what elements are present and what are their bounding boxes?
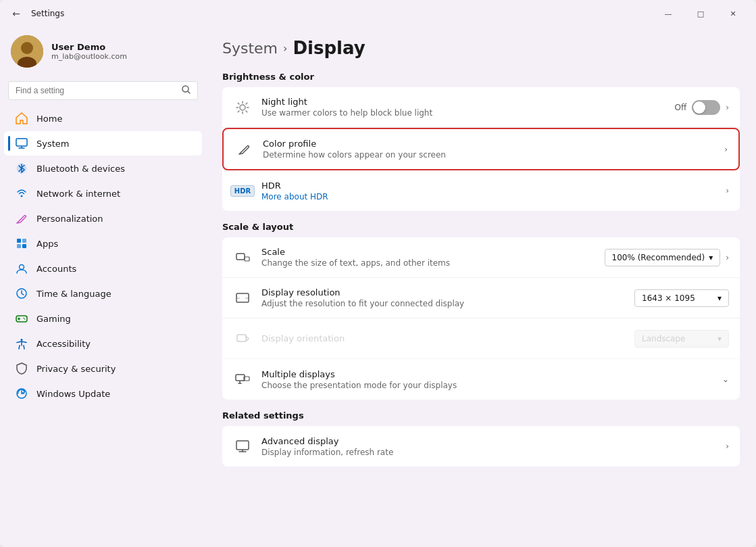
sidebar-label-update: Windows Update xyxy=(36,389,110,399)
nav-list: Home System xyxy=(0,105,206,406)
titlebar-left: ← Settings xyxy=(8,5,64,22)
orientation-row: Display orientation Landscape ▾ xyxy=(222,318,740,359)
page-title: Display xyxy=(293,38,365,58)
svg-line-4 xyxy=(188,91,190,93)
resolution-title: Display resolution xyxy=(261,287,625,298)
multiple-displays-subtitle: Choose the presentation mode for your di… xyxy=(261,381,713,390)
gaming-icon xyxy=(15,312,28,325)
sidebar-item-system[interactable]: System xyxy=(4,131,202,156)
svg-rect-37 xyxy=(237,335,246,341)
svg-point-1 xyxy=(21,42,33,54)
hdr-subtitle[interactable]: More about HDR xyxy=(261,192,716,201)
sidebar-item-update[interactable]: Windows Update xyxy=(4,381,202,406)
color-profile-subtitle: Determine how colors appear on your scre… xyxy=(263,150,715,160)
orientation-icon xyxy=(233,329,252,348)
hdr-row[interactable]: HDR HDR More about HDR › xyxy=(222,170,740,211)
sidebar-label-bluetooth: Bluetooth & devices xyxy=(36,164,125,174)
night-light-control: Off › xyxy=(674,100,729,115)
sidebar-item-network[interactable]: Network & internet xyxy=(4,181,202,206)
back-button[interactable]: ← xyxy=(8,5,24,22)
sidebar-item-accessibility[interactable]: Accessibility xyxy=(4,331,202,356)
scale-card: Scale Change the size of text, apps, and… xyxy=(222,237,740,400)
svg-point-14 xyxy=(20,265,24,270)
hdr-content: HDR More about HDR xyxy=(261,181,716,201)
svg-rect-33 xyxy=(245,257,249,261)
hdr-control: › xyxy=(726,186,729,195)
scale-subtitle: Change the size of text, apps, and other… xyxy=(261,258,595,268)
search-icon xyxy=(182,85,191,96)
orientation-content: Display orientation xyxy=(261,333,625,343)
multiple-displays-row[interactable]: Multiple displays Choose the presentatio… xyxy=(222,359,740,400)
multiple-displays-title: Multiple displays xyxy=(261,369,713,379)
search-box[interactable] xyxy=(8,81,198,100)
color-profile-chevron: › xyxy=(724,145,728,154)
scale-row[interactable]: Scale Change the size of text, apps, and… xyxy=(222,237,740,278)
section-scale-label: Scale & layout xyxy=(222,222,740,232)
scale-control[interactable]: 100% (Recommended) ▾ › xyxy=(605,249,729,266)
sidebar-item-personalization[interactable]: Personalization xyxy=(4,206,202,231)
night-light-content: Night light Use warmer colors to help bl… xyxy=(261,97,665,118)
sidebar-label-home: Home xyxy=(36,114,62,124)
toggle-thumb xyxy=(693,101,705,114)
svg-rect-38 xyxy=(236,375,245,381)
night-light-row[interactable]: Night light Use warmer colors to help bl… xyxy=(222,87,740,128)
resolution-dropdown[interactable]: 1643 × 1095 ▾ xyxy=(634,289,729,307)
sidebar-item-bluetooth[interactable]: Bluetooth & devices xyxy=(4,156,202,181)
sidebar-item-time[interactable]: Time & language xyxy=(4,281,202,306)
sidebar-label-personalization: Personalization xyxy=(36,214,103,224)
sidebar-label-privacy: Privacy & security xyxy=(36,364,116,374)
advanced-display-row[interactable]: Advanced display Display information, re… xyxy=(222,426,740,467)
night-light-status: Off xyxy=(674,103,686,112)
sidebar-item-privacy[interactable]: Privacy & security xyxy=(4,356,202,381)
sidebar-item-gaming[interactable]: Gaming xyxy=(4,306,202,331)
window-title: Settings xyxy=(31,9,64,18)
night-light-chevron: › xyxy=(726,103,729,112)
search-input[interactable] xyxy=(16,86,176,95)
accessibility-icon xyxy=(15,337,28,350)
maximize-button[interactable]: □ xyxy=(686,3,715,24)
advanced-display-chevron: › xyxy=(726,442,729,451)
related-card: Advanced display Display information, re… xyxy=(222,426,740,467)
multiple-displays-icon xyxy=(233,370,252,389)
settings-window: ← Settings — □ ✕ xyxy=(0,0,756,547)
orientation-control: Landscape ▾ xyxy=(634,330,729,348)
sidebar-label-time: Time & language xyxy=(36,289,111,299)
close-button[interactable]: ✕ xyxy=(718,3,748,24)
resolution-control[interactable]: 1643 × 1095 ▾ xyxy=(634,289,729,307)
bluetooth-icon xyxy=(15,162,28,175)
hdr-icon: HDR xyxy=(233,181,252,200)
resolution-subtitle: Adjust the resolution to fit your connec… xyxy=(261,299,625,308)
orientation-title: Display orientation xyxy=(261,333,625,343)
resolution-row[interactable]: Display resolution Adjust the resolution… xyxy=(222,278,740,318)
scale-icon xyxy=(233,248,252,267)
advanced-display-title: Advanced display xyxy=(261,436,716,446)
resolution-icon xyxy=(233,289,252,308)
sidebar-item-home[interactable]: Home xyxy=(4,106,202,130)
breadcrumb: System xyxy=(222,40,278,57)
night-light-toggle[interactable] xyxy=(692,100,720,115)
page-header: System › Display xyxy=(222,38,740,58)
user-profile[interactable]: User Demo m_lab@outlook.com xyxy=(0,27,206,78)
svg-line-30 xyxy=(246,103,247,104)
network-icon xyxy=(15,187,28,200)
minimize-button[interactable]: — xyxy=(653,3,683,24)
brightness-card: Night light Use warmer colors to help bl… xyxy=(222,87,740,211)
svg-line-29 xyxy=(246,111,247,112)
color-profile-row[interactable]: Color profile Determine how colors appea… xyxy=(222,128,740,170)
titlebar: ← Settings — □ ✕ xyxy=(0,0,756,27)
sidebar-item-apps[interactable]: Apps xyxy=(4,231,202,256)
update-icon xyxy=(15,387,28,400)
svg-rect-42 xyxy=(236,441,249,450)
sidebar-label-network: Network & internet xyxy=(36,189,120,199)
user-email: m_lab@outlook.com xyxy=(51,52,127,61)
advanced-display-control: › xyxy=(726,442,729,451)
svg-point-23 xyxy=(240,105,245,110)
sidebar-label-gaming: Gaming xyxy=(36,314,71,324)
multiple-displays-chevron: ⌄ xyxy=(722,375,729,384)
night-light-subtitle: Use warmer colors to help block blue lig… xyxy=(261,108,665,118)
svg-rect-13 xyxy=(22,244,26,248)
svg-rect-10 xyxy=(17,239,21,243)
scale-dropdown[interactable]: 100% (Recommended) ▾ xyxy=(605,249,721,266)
time-icon xyxy=(15,287,28,300)
sidebar-item-accounts[interactable]: Accounts xyxy=(4,256,202,281)
